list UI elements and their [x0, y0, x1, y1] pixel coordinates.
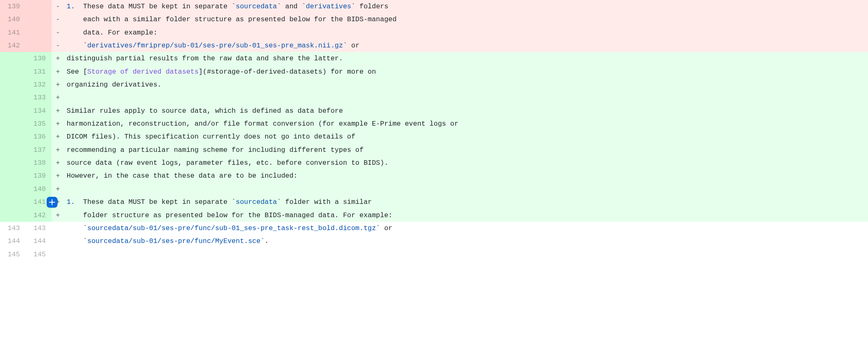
line-number-old[interactable]: 141 — [0, 26, 26, 39]
diff-code[interactable]: harmonization, reconstruction, and/or fi… — [64, 117, 868, 130]
line-number-new[interactable]: 139 — [26, 169, 52, 182]
diff-row: 140+ — [0, 183, 868, 196]
diff-code[interactable]: each with a similar folder structure as … — [64, 13, 868, 26]
diff-marker: - — [52, 0, 64, 13]
diff-code[interactable]: data. For example: — [64, 26, 868, 39]
diff-code[interactable]: 1. These data MUST be kept in separate `… — [64, 0, 868, 13]
token-text: folder structure as presented below for … — [67, 211, 392, 219]
diff-row: 135+harmonization, reconstruction, and/o… — [0, 117, 868, 130]
token-code: sourcedata — [236, 198, 277, 206]
line-number-old[interactable] — [0, 78, 26, 91]
line-number-new[interactable]: 135 — [26, 117, 52, 130]
diff-code[interactable]: 1. These data MUST be kept in separate `… — [64, 196, 868, 208]
diff-code[interactable] — [64, 183, 868, 196]
diff-marker: + — [52, 144, 64, 156]
line-number-old[interactable] — [0, 144, 26, 156]
token-text: harmonization, reconstruction, and/or fi… — [67, 120, 459, 128]
line-number-old[interactable]: 145 — [0, 248, 26, 261]
diff-code[interactable] — [64, 91, 868, 104]
diff-row: 143143 `sourcedata/sub-01/ses-pre/func/s… — [0, 222, 868, 235]
add-comment-button[interactable] — [47, 197, 57, 208]
token-text: These data MUST be kept in separate ` — [75, 198, 236, 206]
line-number-new[interactable]: 134 — [26, 104, 52, 117]
line-number-new[interactable]: 133 — [26, 91, 52, 104]
token-text: `. — [260, 237, 269, 245]
diff-marker: + — [52, 209, 64, 222]
line-number-new[interactable] — [26, 13, 52, 26]
line-number-old[interactable] — [0, 130, 26, 143]
line-number-new[interactable]: 141 — [26, 196, 52, 208]
diff-code[interactable]: However, in the case that these data are… — [64, 169, 868, 182]
diff-marker: + — [52, 183, 64, 196]
diff-code[interactable]: source data (raw event logs, parameter f… — [64, 156, 868, 169]
token-text: These data MUST be kept in separate ` — [75, 2, 236, 10]
line-number-old[interactable] — [0, 156, 26, 169]
line-number-new[interactable]: 137 — [26, 144, 52, 156]
diff-row: 144144 `sourcedata/sub-01/ses-pre/func/M… — [0, 235, 868, 248]
diff-tbody: 139-1. These data MUST be kept in separa… — [0, 0, 868, 261]
diff-code[interactable]: DICOM files). This specification current… — [64, 130, 868, 143]
diff-code[interactable]: `sourcedata/sub-01/ses-pre/func/MyEvent.… — [64, 235, 868, 248]
diff-code[interactable]: `sourcedata/sub-01/ses-pre/func/sub-01_s… — [64, 222, 868, 235]
diff-table: 139-1. These data MUST be kept in separa… — [0, 0, 868, 261]
diff-marker — [52, 222, 64, 235]
token-text: Similar rules apply to source data, whic… — [67, 107, 343, 115]
diff-code[interactable]: See [Storage of derived datasets](#stora… — [64, 65, 868, 78]
diff-marker: + — [52, 117, 64, 130]
line-number-old[interactable]: 140 — [0, 13, 26, 26]
diff-code[interactable]: Similar rules apply to source data, whic… — [64, 104, 868, 117]
line-number-old[interactable] — [0, 196, 26, 208]
diff-code[interactable]: folder structure as presented below for … — [64, 209, 868, 222]
line-number-new[interactable]: 138 — [26, 156, 52, 169]
line-number-old[interactable]: 143 — [0, 222, 26, 235]
line-number-old[interactable]: 139 — [0, 0, 26, 13]
line-number-new[interactable] — [26, 26, 52, 39]
line-number-old[interactable] — [0, 183, 26, 196]
token-text: ` — [67, 224, 87, 232]
line-number-old[interactable] — [0, 91, 26, 104]
token-text: ` folders — [351, 2, 388, 10]
line-number-new[interactable]: 136 — [26, 130, 52, 143]
diff-row: 142+ folder structure as presented below… — [0, 209, 868, 222]
diff-marker — [52, 248, 64, 261]
line-number-new[interactable]: 132 — [26, 78, 52, 91]
line-number-old[interactable] — [0, 169, 26, 182]
diff-code[interactable]: `derivatives/fmriprep/sub-01/ses-pre/sub… — [64, 39, 868, 52]
token-text: ` — [67, 42, 87, 50]
token-text: source data (raw event logs, parameter f… — [67, 159, 388, 167]
diff-code[interactable]: recommending a particular naming scheme … — [64, 144, 868, 156]
line-number-old[interactable] — [0, 104, 26, 117]
line-number-new[interactable]: 145 — [26, 248, 52, 261]
line-number-new[interactable]: 144 — [26, 235, 52, 248]
token-text: ](#storage-of-derived-datasets) for more… — [199, 68, 376, 76]
diff-row: 132+organizing derivatives. — [0, 78, 868, 91]
diff-row: 133+ — [0, 91, 868, 104]
line-number-new[interactable]: 143 — [26, 222, 52, 235]
token-text: distinguish partial results from the raw… — [67, 55, 343, 62]
line-number-new[interactable] — [26, 0, 52, 13]
token-text: each with a similar folder structure as … — [67, 15, 397, 23]
line-number-old[interactable]: 144 — [0, 235, 26, 248]
diff-row: 141+1. These data MUST be kept in separa… — [0, 196, 868, 208]
line-number-old[interactable] — [0, 117, 26, 130]
token-code: sourcedata/sub-01/ses-pre/func/MyEvent.s… — [87, 237, 261, 245]
line-number-new[interactable]: 140 — [26, 183, 52, 196]
token-text: ` and ` — [277, 2, 306, 10]
line-number-new[interactable] — [26, 39, 52, 52]
diff-row: 134+Similar rules apply to source data, … — [0, 104, 868, 117]
line-number-old[interactable] — [0, 52, 26, 65]
token-text: recommending a particular naming scheme … — [67, 146, 364, 154]
token-listnum: 1. — [67, 2, 75, 10]
line-number-old[interactable] — [0, 65, 26, 78]
token-text: organizing derivatives. — [67, 81, 162, 89]
line-number-old[interactable] — [0, 209, 26, 222]
diff-row: 140- each with a similar folder structur… — [0, 13, 868, 26]
diff-code[interactable] — [64, 248, 868, 261]
line-number-new[interactable]: 142 — [26, 209, 52, 222]
line-number-old[interactable]: 142 — [0, 39, 26, 52]
diff-code[interactable]: distinguish partial results from the raw… — [64, 52, 868, 65]
line-number-new[interactable]: 131 — [26, 65, 52, 78]
diff-code[interactable]: organizing derivatives. — [64, 78, 868, 91]
token-listnum: 1. — [67, 198, 75, 206]
line-number-new[interactable]: 130 — [26, 52, 52, 65]
